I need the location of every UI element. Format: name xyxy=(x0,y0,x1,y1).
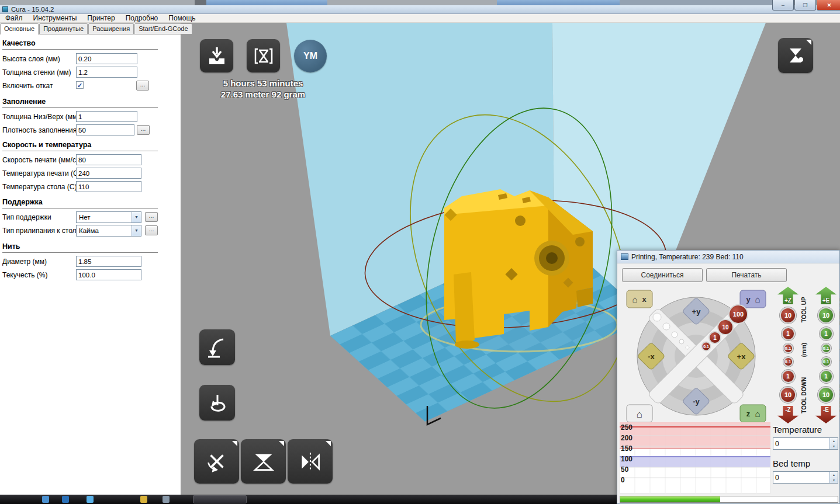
setting-row: Температура печати (C) xyxy=(0,168,181,180)
setting-row: Плотность заполнения ... xyxy=(0,124,181,137)
z-down-button[interactable]: -Z xyxy=(777,406,798,423)
tab-start-end-gcode[interactable]: Start/End-GCode xyxy=(134,23,192,34)
temperature-input[interactable] xyxy=(773,438,829,449)
bed-temp-spinner[interactable]: ▲▼ xyxy=(829,472,838,483)
setting-row: Тип поддержки Нет ▼ ... xyxy=(0,211,181,224)
load-model-button[interactable] xyxy=(200,39,233,72)
bed-temperature-input[interactable] xyxy=(76,181,141,192)
taskbar-icon[interactable] xyxy=(42,496,49,503)
mirror-button[interactable] xyxy=(288,439,333,484)
support-type-more-button[interactable]: ... xyxy=(145,212,158,222)
setting-row: Толщина Низ/Верх (мм) xyxy=(0,111,181,124)
layer-height-input[interactable] xyxy=(76,53,137,64)
tool-down-label: TOOL DOWN xyxy=(801,377,807,413)
print-speed-input[interactable] xyxy=(76,154,141,165)
save-toolpath-button[interactable] xyxy=(247,39,280,72)
svg-text:+x: +x xyxy=(737,352,746,361)
background-window-fragment[interactable] xyxy=(0,0,195,5)
retract-button[interactable]: -E xyxy=(815,406,836,423)
support-type-dropdown[interactable]: Нет ▼ xyxy=(76,211,141,223)
retraction-more-button[interactable]: ... xyxy=(136,81,149,91)
bed-temp-input[interactable] xyxy=(773,472,829,483)
jog-step-01-button[interactable]: 0.1 xyxy=(702,342,711,351)
home-all-button[interactable]: ⌂ xyxy=(627,405,652,422)
background-window-fragment[interactable] xyxy=(497,0,620,5)
background-window-fragment[interactable] xyxy=(327,0,497,5)
home-z-button[interactable]: z ⌂ xyxy=(740,405,766,422)
menu-tools[interactable]: Инструменты xyxy=(28,14,82,23)
menu-help[interactable]: Помощь xyxy=(163,14,201,23)
dropdown-arrow-icon: ▼ xyxy=(132,212,141,223)
platform-adhesion-more-button[interactable]: ... xyxy=(145,225,158,235)
connect-button[interactable]: Соединиться xyxy=(622,268,703,282)
print-window-title-bar[interactable]: Printing, Temperature: 239 Bed: 110 xyxy=(617,251,839,263)
rotate-icon xyxy=(203,448,230,475)
title-bar[interactable]: Cura - 15.04.2 xyxy=(0,5,840,14)
background-window-fragment[interactable] xyxy=(195,0,206,5)
e-up-10-button[interactable]: 10 xyxy=(818,307,834,324)
fill-density-more-button[interactable]: ... xyxy=(137,125,150,135)
settings-panel: Основные Продвинутые Расширения Start/En… xyxy=(0,23,181,495)
jog-step-1-button[interactable]: 1 xyxy=(709,332,721,343)
view-mode-button[interactable] xyxy=(778,38,813,73)
close-button[interactable]: ✕ xyxy=(817,0,840,11)
scale-button[interactable] xyxy=(241,439,286,484)
background-window-fragment[interactable] xyxy=(206,0,327,5)
e-down-01-button[interactable]: 0.1 xyxy=(821,357,831,367)
z-up-01-button[interactable]: 0.1 xyxy=(783,343,793,353)
tab-plugins[interactable]: Расширения xyxy=(88,23,134,34)
menu-printer[interactable]: Принтер xyxy=(82,14,120,23)
setting-label: Тип прилипания к столу xyxy=(2,227,80,235)
z-down-1-button[interactable]: 1 xyxy=(782,370,795,383)
share-youmagine-button[interactable]: YM xyxy=(294,40,327,72)
restore-button[interactable]: ❐ xyxy=(794,0,816,11)
taskbar-icon[interactable] xyxy=(62,496,69,503)
filament-diameter-input[interactable] xyxy=(76,256,141,267)
z-down-01-button[interactable]: 0.1 xyxy=(783,357,793,367)
jog-step-10-button[interactable]: 10 xyxy=(718,319,733,335)
filament-flow-input[interactable] xyxy=(76,269,141,280)
lay-flat-button[interactable] xyxy=(199,329,235,365)
jog-pad: ⌂ x y ⌂ ⌂ z ⌂ +y -y xyxy=(623,287,769,426)
z-down-10-button[interactable]: 10 xyxy=(780,387,796,403)
print-progress-bar xyxy=(620,496,838,503)
background-window-fragment[interactable] xyxy=(620,0,772,5)
e-down-1-button[interactable]: 1 xyxy=(820,370,833,383)
e-down-10-button[interactable]: 10 xyxy=(818,387,834,403)
home-y-button[interactable]: y ⌂ xyxy=(740,290,766,308)
fill-density-input[interactable] xyxy=(76,124,134,135)
extrude-button[interactable]: +E xyxy=(815,287,836,304)
platform-adhesion-dropdown[interactable]: Кайма ▼ xyxy=(76,225,141,237)
tab-basic[interactable]: Основные xyxy=(0,23,39,34)
minimize-button[interactable]: – xyxy=(772,0,794,11)
print-temperature-input[interactable] xyxy=(76,168,141,179)
retraction-checkbox[interactable]: ✓ xyxy=(76,81,84,89)
setting-row: Скорость печати (мм/с) xyxy=(0,154,181,167)
taskbar-icon[interactable] xyxy=(140,496,147,503)
z-up-1-button[interactable]: 1 xyxy=(782,327,795,340)
jog-step-100-button[interactable]: 100 xyxy=(729,305,748,324)
print-button[interactable]: Печатать xyxy=(706,268,787,282)
bottom-top-thickness-input[interactable] xyxy=(76,111,137,122)
svg-text:10: 10 xyxy=(722,324,729,331)
z-up-button[interactable]: +Z xyxy=(777,287,798,304)
reset-rotation-button[interactable] xyxy=(199,385,235,420)
taskbar-icon[interactable] xyxy=(163,496,170,503)
svg-text:z: z xyxy=(746,409,751,418)
setting-label: Скорость печати (мм/с) xyxy=(2,156,78,164)
rotate-button[interactable] xyxy=(194,439,239,484)
tab-advanced[interactable]: Продвинутые xyxy=(39,23,88,34)
section-header-filament: Нить xyxy=(2,242,158,253)
wall-thickness-input[interactable] xyxy=(76,67,137,78)
temperature-spinner[interactable]: ▲▼ xyxy=(829,438,838,449)
e-up-01-button[interactable]: 0.1 xyxy=(821,343,831,353)
youmagine-icon: YM xyxy=(303,51,317,61)
e-up-1-button[interactable]: 1 xyxy=(820,327,833,340)
taskbar-window-button[interactable] xyxy=(193,495,247,503)
z-up-10-button[interactable]: 10 xyxy=(780,307,796,324)
taskbar-icon[interactable] xyxy=(87,496,94,503)
menu-expert[interactable]: Подробно xyxy=(120,14,164,23)
home-x-button[interactable]: ⌂ x xyxy=(627,290,652,308)
menu-file[interactable]: Файл xyxy=(0,14,28,23)
setting-row: Диаметр (мм) xyxy=(0,256,181,269)
